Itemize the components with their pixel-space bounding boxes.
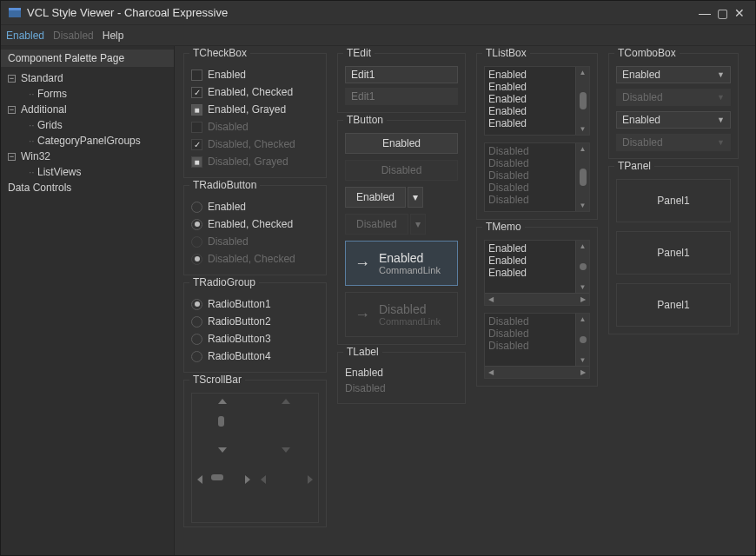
tree-label: Win32: [21, 150, 50, 162]
radiogroup-item-2[interactable]: RadioButton2: [191, 313, 319, 330]
tree-label: Data Controls: [8, 182, 71, 194]
splitbutton-enabled[interactable]: Enabled: [345, 187, 406, 208]
list-item[interactable]: Enabled: [488, 69, 572, 81]
scroll-thumb[interactable]: [211, 474, 223, 480]
listbox-title: TListBox: [482, 47, 530, 59]
tree-child-forms[interactable]: Forms: [4, 86, 170, 102]
panel-title: TPanel: [614, 160, 654, 172]
collapse-icon[interactable]: −: [8, 153, 16, 161]
memo-enabled[interactable]: Enabled Enabled Enabled ▲▼ ◀▶: [484, 240, 590, 306]
list-item: Disabled: [488, 145, 572, 157]
scroll-left-icon: [261, 475, 266, 484]
menu-disabled: Disabled: [53, 30, 94, 42]
label-enabled: Enabled: [345, 365, 458, 381]
edit-disabled: [345, 88, 458, 105]
splitbutton-drop-disabled: ▾: [410, 214, 426, 235]
splitbutton-disabled: Disabled: [345, 214, 408, 235]
list-item[interactable]: Enabled: [488, 93, 572, 105]
checkbox-group-title: TCheckBox: [189, 47, 250, 59]
maximize-button[interactable]: ▢: [713, 6, 731, 20]
combo-disabled-2: Disabled▼: [616, 134, 731, 151]
list-item[interactable]: Enabled: [488, 117, 572, 129]
radiogroup-item-4[interactable]: RadioButton4: [191, 348, 319, 365]
scrollbar-h: ◀▶: [485, 366, 589, 378]
scrollbar-title: TScrollBar: [189, 374, 245, 386]
combo-title: TComboBox: [614, 47, 680, 59]
tree-child-categorypanel[interactable]: CategoryPanelGroups: [4, 133, 170, 149]
button-disabled: Disabled: [345, 160, 458, 181]
scrollbar-v: ▲▼: [575, 143, 589, 211]
label-title: TLabel: [343, 346, 382, 358]
arrow-right-icon: →: [355, 306, 370, 324]
scrollbar-demo[interactable]: [191, 393, 319, 523]
tree-label: Additional: [21, 103, 67, 116]
tree-child-grids[interactable]: Grids: [4, 117, 170, 133]
scroll-down-icon: [282, 447, 290, 453]
tree-node-standard[interactable]: − Standard: [4, 70, 170, 86]
tree-label: Standard: [21, 72, 63, 84]
arrow-right-icon: →: [355, 255, 370, 273]
tree-child-listviews[interactable]: ListViews: [4, 164, 170, 180]
commandlink-enabled[interactable]: → Enabled CommandLink: [345, 241, 458, 286]
list-item[interactable]: Enabled: [488, 105, 572, 117]
scrollbar-h[interactable]: ◀▶: [485, 293, 589, 305]
edit-enabled[interactable]: [345, 66, 458, 83]
splitbutton-drop[interactable]: ▾: [408, 187, 423, 208]
list-item[interactable]: Enabled: [488, 81, 572, 93]
menu-enabled[interactable]: Enabled: [6, 30, 44, 42]
list-item: Disabled: [488, 169, 572, 182]
menu-help[interactable]: Help: [103, 30, 124, 42]
checkbox-enabled[interactable]: Enabled: [191, 66, 319, 83]
radiogroup-item-3[interactable]: RadioButton3: [191, 330, 319, 348]
scroll-left-icon[interactable]: [197, 475, 202, 484]
scroll-down-icon[interactable]: [218, 447, 227, 453]
list-item: Disabled: [488, 194, 572, 206]
tree-node-win32[interactable]: − Win32: [4, 149, 170, 164]
radio-enabled-checked[interactable]: Enabled, Checked: [191, 215, 319, 233]
chevron-down-icon: ▼: [717, 70, 725, 79]
combo-disabled-1: Disabled▼: [616, 89, 731, 106]
scroll-up-icon: [282, 399, 290, 404]
edit-title: TEdit: [343, 47, 375, 59]
chevron-down-icon: ▼: [717, 93, 725, 102]
panel-3: Panel1: [616, 283, 731, 327]
tree-node-datacontrols[interactable]: Data Controls: [4, 180, 170, 195]
radiogroup-title: TRadioGroup: [189, 276, 259, 288]
chevron-down-icon: ▼: [717, 116, 725, 124]
collapse-icon[interactable]: −: [8, 106, 16, 114]
window-title: VCL Style Viewer - Charcoal Expressive: [27, 6, 696, 19]
panel-2: Panel1: [616, 231, 731, 275]
checkbox-enabled-grayed[interactable]: ■Enabled, Grayed: [191, 101, 319, 118]
minimize-button[interactable]: —: [696, 6, 713, 20]
tree-node-additional[interactable]: − Additional: [4, 102, 170, 117]
listbox-enabled[interactable]: Enabled Enabled Enabled Enabled Enabled …: [484, 66, 590, 136]
checkbox-disabled-grayed: ■Disabled, Grayed: [191, 153, 319, 170]
radiogroup-item-1[interactable]: RadioButton1: [191, 295, 319, 313]
memo-disabled: Disabled Disabled Disabled ▲▼ ◀▶: [484, 313, 590, 379]
svg-rect-1: [9, 8, 21, 10]
list-item: Disabled: [488, 157, 572, 169]
checkbox-enabled-checked[interactable]: ✓Enabled, Checked: [191, 83, 319, 101]
scrollbar-v[interactable]: ▲▼: [575, 67, 589, 135]
scroll-right-icon[interactable]: [245, 475, 250, 484]
radio-enabled[interactable]: Enabled: [191, 198, 319, 215]
scroll-thumb[interactable]: [218, 416, 224, 427]
checkbox-disabled-checked: ✓Disabled, Checked: [191, 136, 319, 153]
sidebar-header: Component Palette Page: [1, 50, 174, 67]
memo-title: TMemo: [482, 221, 525, 233]
close-button[interactable]: ✕: [731, 6, 748, 20]
chevron-down-icon: ▼: [717, 138, 725, 147]
list-item: Disabled: [488, 182, 572, 194]
scroll-up-icon[interactable]: [218, 399, 227, 404]
radio-disabled-checked: Disabled, Checked: [191, 250, 319, 268]
button-title: TButton: [343, 114, 387, 126]
collapse-icon[interactable]: −: [8, 75, 16, 83]
label-disabled: Disabled: [345, 381, 458, 396]
listbox-disabled: Disabled Disabled Disabled Disabled Disa…: [484, 142, 590, 212]
radio-group-title: TRadioButton: [189, 179, 260, 191]
combo-enabled-2[interactable]: Enabled▼: [616, 111, 731, 129]
commandlink-disabled: → Disabled CommandLink: [345, 292, 458, 337]
scrollbar-v[interactable]: ▲▼: [575, 241, 589, 293]
combo-enabled-1[interactable]: Enabled▼: [616, 66, 731, 83]
button-enabled[interactable]: Enabled: [345, 133, 458, 154]
